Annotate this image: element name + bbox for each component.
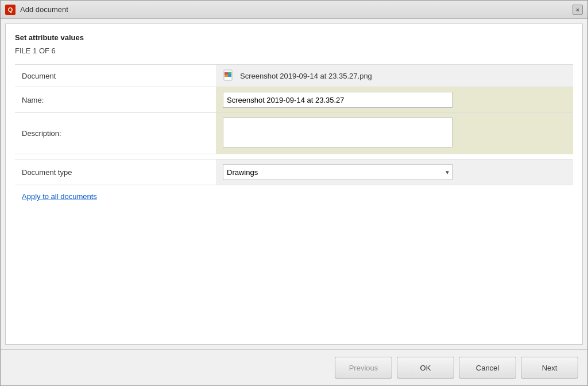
document-value-cell: Screenshot 2019-09-14 at 23.35.27.png — [216, 65, 573, 87]
description-value-cell — [216, 113, 573, 154]
svg-rect-4 — [225, 75, 228, 77]
name-label: Name: — [15, 87, 216, 113]
name-input[interactable] — [223, 92, 452, 108]
empty-area — [15, 201, 573, 335]
app-icon: Q — [5, 5, 16, 15]
document-filename: Screenshot 2019-09-14 at 23.35.27.png — [240, 72, 372, 80]
svg-rect-5 — [228, 75, 231, 77]
description-input[interactable] — [223, 118, 452, 147]
cancel-button[interactable]: Cancel — [459, 357, 516, 379]
section-title: Set attribute values — [15, 33, 573, 42]
svg-rect-2 — [225, 72, 228, 75]
svg-rect-3 — [228, 72, 231, 75]
add-document-window: Q Add document × Set attribute values FI… — [0, 0, 588, 386]
doc-type-value-cell: Drawings Specifications Reports Other ▼ — [216, 159, 573, 185]
doc-type-label: Document type — [15, 159, 216, 185]
document-row: Document — [15, 65, 573, 87]
title-bar-left: Q Add document — [5, 5, 68, 15]
file-icon — [223, 69, 235, 82]
previous-button[interactable]: Previous — [335, 357, 392, 379]
close-button[interactable]: × — [572, 5, 583, 15]
doc-type-select[interactable]: Drawings Specifications Reports Other — [223, 164, 452, 180]
description-row: Description: — [15, 113, 573, 154]
name-row: Name: — [15, 87, 573, 113]
window-title: Add document — [20, 5, 68, 14]
window-body: Set attribute values FILE 1 OF 6 Documen… — [5, 24, 583, 345]
apply-to-all-link[interactable]: Apply to all documents — [22, 192, 573, 201]
doc-type-select-wrapper: Drawings Specifications Reports Other ▼ — [223, 164, 452, 180]
document-display: Screenshot 2019-09-14 at 23.35.27.png — [223, 69, 566, 82]
doc-type-row: Document type Drawings Specifications Re… — [15, 159, 573, 185]
spacer-row — [15, 154, 573, 159]
ok-button[interactable]: OK — [397, 357, 454, 379]
title-bar: Q Add document × — [1, 1, 587, 19]
name-value-cell — [216, 87, 573, 113]
footer: Previous OK Cancel Next — [1, 349, 587, 385]
next-button[interactable]: Next — [521, 357, 578, 379]
document-label: Document — [15, 65, 216, 87]
form-table: Document — [15, 64, 573, 185]
description-label: Description: — [15, 113, 216, 154]
file-counter: FILE 1 OF 6 — [15, 46, 573, 55]
